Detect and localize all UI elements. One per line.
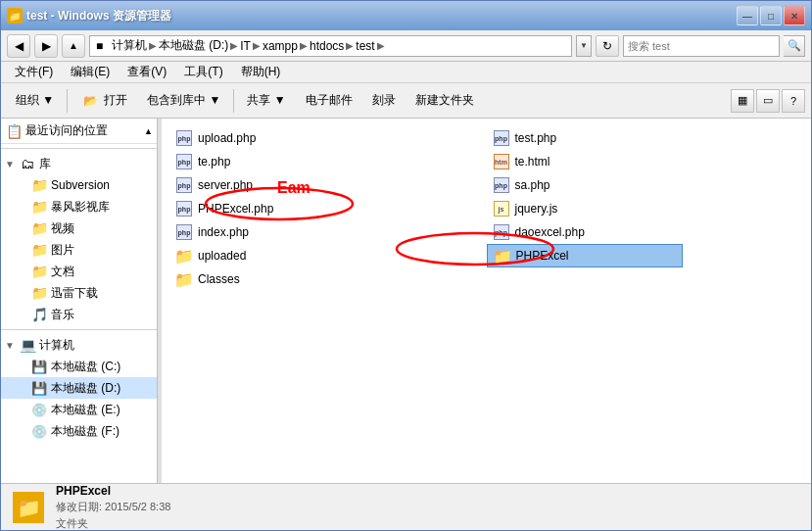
menu-file[interactable]: 文件(F): [7, 62, 61, 82]
html-file-icon: htm: [493, 154, 510, 169]
file-phpexcel-php[interactable]: php PHPExcel.php: [169, 197, 487, 220]
share-button[interactable]: 共享 ▼: [238, 87, 294, 115]
up-button[interactable]: ▲: [62, 34, 85, 58]
tree-recent-header[interactable]: 📋 最近访问的位置 ▲: [1, 119, 157, 144]
tree-music[interactable]: 🎵 音乐: [1, 304, 157, 325]
status-info: PHPExcel 修改日期: 2015/5/2 8:38 文件夹: [56, 484, 170, 531]
back-button[interactable]: ◀: [7, 34, 30, 58]
help-button[interactable]: ?: [782, 89, 805, 113]
file-name: server.php: [198, 178, 253, 192]
address-path[interactable]: ■ 计算机 ▶ 本地磁盘 (D:) ▶ IT ▶ xampp ▶ htdocs …: [89, 35, 572, 57]
view-icon-button[interactable]: ▦: [731, 89, 754, 113]
minimize-button[interactable]: —: [737, 6, 758, 25]
address-dropdown[interactable]: ▼: [576, 35, 592, 57]
close-button[interactable]: ✕: [784, 6, 805, 25]
path-seg-4: xampp: [263, 39, 298, 53]
forward-button[interactable]: ▶: [34, 34, 58, 58]
status-file-icon: 📁: [13, 492, 44, 523]
file-name: test.php: [515, 131, 557, 145]
file-phpexcel-folder[interactable]: 📁 PHPExcel: [487, 244, 683, 267]
drive-d-icon: 💾: [30, 380, 48, 396]
subversion-label: Subversion: [51, 178, 110, 192]
file-classes-folder[interactable]: 📁 Classes: [169, 267, 487, 291]
email-button[interactable]: 电子邮件: [297, 87, 361, 115]
status-item-name: PHPExcel: [56, 484, 170, 498]
status-modified: 修改日期: 2015/5/2 8:38: [56, 500, 170, 514]
path-seg-1: 计算机: [112, 37, 147, 54]
menu-view[interactable]: 查看(V): [119, 62, 174, 82]
file-server-php[interactable]: php server.php: [169, 173, 487, 197]
file-index-php[interactable]: php index.php: [169, 220, 487, 244]
file-grid: php upload.php php te.php php server.php…: [169, 126, 803, 291]
library-icon: 🗂: [19, 156, 36, 171]
php-file-icon: php: [175, 177, 193, 193]
burn-button[interactable]: 刻录: [363, 87, 405, 115]
new-folder-button[interactable]: 新建文件夹: [406, 87, 483, 115]
file-upload-php[interactable]: php upload.php: [169, 126, 487, 150]
path-seg-6: test: [356, 39, 374, 53]
file-name: te.html: [515, 155, 550, 169]
file-te-php[interactable]: php te.php: [169, 150, 487, 173]
organize-button[interactable]: 组织 ▼: [7, 87, 63, 115]
file-daoexcel-php[interactable]: php daoexcel.php: [487, 220, 804, 244]
maximize-button[interactable]: □: [760, 6, 782, 25]
menu-tools[interactable]: 工具(T): [176, 62, 230, 82]
video-label: 视频: [51, 220, 74, 237]
file-name: PHPExcel: [516, 249, 569, 263]
drive-c-icon: 💾: [30, 359, 48, 374]
tree-drive-e[interactable]: 💿 本地磁盘 (E:): [1, 399, 157, 420]
js-file-icon: js: [493, 201, 510, 217]
refresh-button[interactable]: ↻: [596, 35, 619, 57]
include-library-button[interactable]: 包含到库中 ▼: [138, 87, 229, 115]
view-panel-button[interactable]: ▭: [756, 89, 780, 113]
tree-pictures[interactable]: 📁 图片: [1, 239, 157, 261]
window-title: test - Windows 资源管理器: [26, 8, 171, 24]
path-seg-2: 本地磁盘 (D:): [159, 37, 228, 54]
tree-drive-d[interactable]: 💾 本地磁盘 (D:): [1, 377, 157, 399]
search-input[interactable]: [628, 40, 775, 52]
toolbar-right: ▦ ▭ ?: [731, 89, 805, 113]
tree-library-header[interactable]: ▼ 🗂 库: [1, 153, 157, 174]
search-button[interactable]: 🔍: [784, 35, 805, 57]
path-seg-5: htdocs: [310, 39, 344, 53]
file-test-php[interactable]: php test.php: [487, 126, 804, 150]
menu-bar: 文件(F) 编辑(E) 查看(V) 工具(T) 帮助(H): [1, 62, 811, 83]
file-column-1: php upload.php php te.php php server.php…: [169, 126, 487, 291]
php-file-icon: php: [175, 130, 193, 146]
file-name: PHPExcel.php: [198, 202, 273, 216]
tree-video[interactable]: 📁 视频: [1, 217, 157, 239]
tree-subversion[interactable]: 📁 Subversion: [1, 174, 157, 196]
folder-icon: 📁: [175, 248, 193, 264]
menu-help[interactable]: 帮助(H): [233, 62, 289, 82]
file-name: uploaded: [198, 249, 246, 263]
tree-computer-header[interactable]: ▼ 💻 计算机: [1, 334, 157, 356]
divider-1: [1, 148, 157, 149]
php-file-icon: php: [175, 201, 193, 217]
path-seg-3: IT: [240, 39, 251, 53]
documents-label: 文档: [51, 264, 74, 280]
file-name: jquery.js: [515, 202, 558, 216]
title-bar: 📁 test - Windows 资源管理器 — □ ✕: [1, 1, 811, 30]
menu-edit[interactable]: 编辑(E): [63, 62, 118, 82]
tree-xunlei[interactable]: 📁 迅雷下载: [1, 282, 157, 304]
recent-label: 最近访问的位置: [25, 122, 108, 139]
right-panel: php upload.php php te.php php server.php…: [162, 119, 811, 483]
pictures-icon: 📁: [30, 242, 48, 258]
tree-drive-f[interactable]: 💿 本地磁盘 (F:): [1, 420, 157, 442]
storm-label: 暴风影视库: [51, 199, 110, 216]
open-button[interactable]: 📂 打开: [72, 87, 136, 115]
tree-drive-c[interactable]: 💾 本地磁盘 (C:): [1, 356, 157, 377]
file-jquery-js[interactable]: js jquery.js: [487, 197, 804, 220]
file-te-html[interactable]: htm te.html: [487, 150, 804, 173]
drive-f-icon: 💿: [30, 423, 48, 439]
folder-icon: 📁: [494, 248, 511, 264]
tree-storm-library[interactable]: 📁 暴风影视库: [1, 196, 157, 217]
file-uploaded-folder[interactable]: 📁 uploaded: [169, 244, 487, 267]
open-icon: 📂: [80, 91, 100, 111]
tree-documents[interactable]: 📁 文档: [1, 261, 157, 282]
status-bar: 📁 PHPExcel 修改日期: 2015/5/2 8:38 文件夹: [1, 483, 811, 530]
folder-icon: 📁: [175, 271, 193, 287]
php-file-icon: php: [493, 130, 510, 146]
file-sa-php[interactable]: php sa.php: [487, 173, 804, 197]
subversion-icon: 📁: [30, 177, 48, 193]
